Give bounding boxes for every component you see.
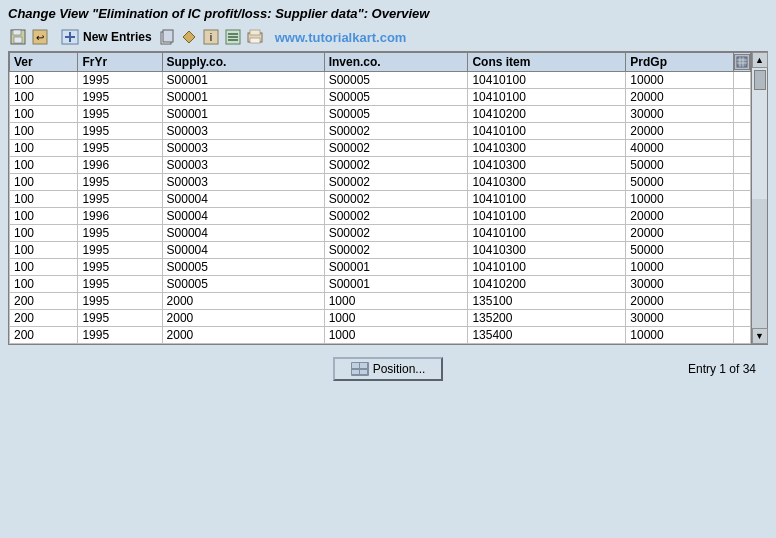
scroll-spacer-cell — [734, 123, 751, 140]
table-cell: 10410100 — [468, 72, 626, 89]
col-cons: Cons item — [468, 53, 626, 72]
svg-rect-9 — [163, 30, 173, 42]
info-icon[interactable]: i — [201, 27, 221, 47]
table-cell: S00003 — [162, 174, 324, 191]
table-cell: 100 — [10, 89, 78, 106]
table-cell: 1000 — [324, 327, 468, 344]
col-inven: Inven.co. — [324, 53, 468, 72]
svg-text:↩: ↩ — [36, 32, 44, 43]
page-title: Change View "Elimination of IC profit/lo… — [8, 6, 429, 21]
position-button-label: Position... — [373, 362, 426, 376]
table-row[interactable]: 1001995S00004S000021041030050000 — [10, 242, 751, 259]
print-icon[interactable] — [245, 27, 265, 47]
scroll-spacer-cell — [734, 140, 751, 157]
table-cell: 1995 — [78, 191, 162, 208]
main-content: Ver FrYr Supply.co. Inven.co. Cons item … — [8, 51, 768, 345]
table-cell: 100 — [10, 276, 78, 293]
table-cell: S00001 — [324, 276, 468, 293]
table-row[interactable]: 1001995S00005S000011041020030000 — [10, 276, 751, 293]
table-cell: 10410300 — [468, 140, 626, 157]
table-row[interactable]: 1001995S00003S000021041010020000 — [10, 123, 751, 140]
table-row[interactable]: 20019952000100013520030000 — [10, 310, 751, 327]
table-row[interactable]: 1001996S00004S000021041010020000 — [10, 208, 751, 225]
table-cell: 20000 — [626, 89, 734, 106]
table-cell: S00001 — [162, 72, 324, 89]
table-cell: 200 — [10, 327, 78, 344]
table-row[interactable]: 1001995S00001S000051041010020000 — [10, 89, 751, 106]
svg-rect-20 — [737, 57, 747, 67]
table-cell: 40000 — [626, 140, 734, 157]
table-row[interactable]: 1001995S00001S000051041010010000 — [10, 72, 751, 89]
table-cell: S00001 — [162, 106, 324, 123]
copy-icon[interactable] — [157, 27, 177, 47]
table-cell: 30000 — [626, 276, 734, 293]
toolbar: ↩ New Entries i — [0, 25, 776, 51]
table-cell: 100 — [10, 191, 78, 208]
scroll-spacer-cell — [734, 106, 751, 123]
table-row[interactable]: 1001996S00003S000021041030050000 — [10, 157, 751, 174]
table-cell: 200 — [10, 293, 78, 310]
table-cell: 10000 — [626, 327, 734, 344]
table-cell: 135400 — [468, 327, 626, 344]
scroll-spacer-cell — [734, 191, 751, 208]
table-cell: S00005 — [162, 276, 324, 293]
table-cell: 50000 — [626, 242, 734, 259]
table-cell: 1995 — [78, 259, 162, 276]
table-cell: 135200 — [468, 310, 626, 327]
table-cell: S00001 — [324, 259, 468, 276]
scroll-spacer-cell — [734, 157, 751, 174]
save-icon[interactable] — [8, 27, 28, 47]
scroll-thumb[interactable] — [754, 70, 766, 90]
settings-icon[interactable] — [223, 27, 243, 47]
scroll-spacer-cell — [734, 259, 751, 276]
col-supply: Supply.co. — [162, 53, 324, 72]
table-cell: 100 — [10, 157, 78, 174]
table-cell: 2000 — [162, 327, 324, 344]
table-cell: 10410300 — [468, 242, 626, 259]
title-bar: Change View "Elimination of IC profit/lo… — [0, 0, 776, 25]
table-cell: 1995 — [78, 174, 162, 191]
table-cell: S00004 — [162, 191, 324, 208]
watermark-text: www.tutorialkart.com — [275, 30, 407, 45]
new-entries-button[interactable]: New Entries — [58, 28, 155, 46]
table-cell: S00005 — [324, 72, 468, 89]
new-entries-label: New Entries — [83, 30, 152, 44]
table-cell: 50000 — [626, 157, 734, 174]
table-row[interactable]: 20019952000100013510020000 — [10, 293, 751, 310]
svg-rect-18 — [250, 30, 260, 35]
paste-icon[interactable] — [179, 27, 199, 47]
svg-rect-1 — [13, 30, 21, 35]
table-row[interactable]: 1001995S00004S000021041010010000 — [10, 191, 751, 208]
col-prdgp: PrdGp — [626, 53, 734, 72]
table-cell: 30000 — [626, 106, 734, 123]
back-icon[interactable]: ↩ — [30, 27, 50, 47]
col-ver: Ver — [10, 53, 78, 72]
right-scrollbar[interactable]: ▲ ▼ — [751, 52, 767, 344]
scroll-up-button[interactable]: ▲ — [752, 52, 768, 68]
table-body: 1001995S00001S0000510410100100001001995S… — [10, 72, 751, 344]
table-cell: 10410100 — [468, 123, 626, 140]
table-cell: S00004 — [162, 242, 324, 259]
table-cell: S00002 — [324, 242, 468, 259]
position-button[interactable]: Position... — [333, 357, 444, 381]
scroll-down-button[interactable]: ▼ — [752, 328, 768, 344]
svg-marker-10 — [183, 31, 195, 43]
table-cell: 1995 — [78, 276, 162, 293]
table-row[interactable]: 1001995S00003S000021041030040000 — [10, 140, 751, 157]
table-row[interactable]: 1001995S00003S000021041030050000 — [10, 174, 751, 191]
table-cell: 1000 — [324, 310, 468, 327]
table-header-row: Ver FrYr Supply.co. Inven.co. Cons item … — [10, 53, 751, 72]
table-row[interactable]: 1001995S00005S000011041010010000 — [10, 259, 751, 276]
table-row[interactable]: 1001995S00004S000021041010020000 — [10, 225, 751, 242]
table-cell: 10000 — [626, 72, 734, 89]
table-cell: S00002 — [324, 174, 468, 191]
table-main: Ver FrYr Supply.co. Inven.co. Cons item … — [9, 52, 751, 344]
table-cell: 100 — [10, 140, 78, 157]
table-row[interactable]: 1001995S00001S000051041020030000 — [10, 106, 751, 123]
table-cell: 1995 — [78, 310, 162, 327]
table-cell: 1995 — [78, 293, 162, 310]
svg-rect-2 — [14, 37, 22, 43]
table-cell: S00005 — [162, 259, 324, 276]
table-row[interactable]: 20019952000100013540010000 — [10, 327, 751, 344]
table-cell: S00001 — [162, 89, 324, 106]
